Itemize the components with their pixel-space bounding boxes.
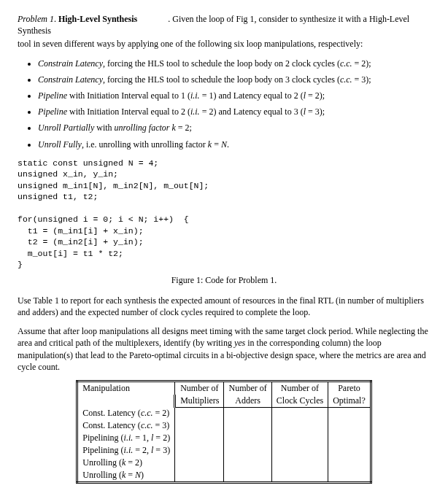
cell-cycles (271, 407, 328, 419)
row-label: Const. Latency (c.c. = 3) (77, 419, 175, 432)
instruction-paragraph-1: Use Table 1 to report for each synthesis… (18, 295, 430, 318)
cell-cycles (271, 432, 328, 444)
row-label: Pipelining (i.i. = 1, l = 2) (77, 432, 175, 444)
cell-adders (224, 419, 271, 432)
row-label: Pipelining (i.i. = 2, l = 3) (77, 444, 175, 457)
row-label: Unrolling (k = 2) (77, 457, 175, 469)
bullet-tail2: . (227, 139, 229, 150)
bullet-tail-i: c.c. (340, 74, 352, 85)
bullet-item: Pipeline with Initiation Interval equal … (38, 106, 430, 117)
instruction-paragraph-2: Assume that after loop manipulations all… (18, 325, 430, 373)
bullet-lead: Pipeline (38, 90, 67, 101)
problem-title: High-Level Synthesis (58, 14, 137, 24)
bullet-tail: = 2; (176, 123, 192, 133)
bullet-rest: with Initiation Interval equal to 1 ( (67, 90, 190, 101)
cell-pareto (328, 407, 371, 419)
cell-multipliers (175, 419, 224, 432)
th-pareto-a: Pareto (328, 381, 371, 395)
cell-adders (224, 407, 271, 419)
table-row: Pipelining (i.i. = 2, l = 3) (77, 444, 371, 457)
table-row: Pipelining (i.i. = 1, l = 2) (77, 432, 371, 444)
cell-multipliers (175, 469, 224, 483)
cell-adders (224, 444, 271, 457)
bullet-tail-i: i.i. (190, 90, 200, 101)
table-row: Unrolling (k = 2) (77, 457, 371, 469)
th-cycles-a: Number of (271, 381, 328, 395)
bullet-tail2-i: N (221, 139, 227, 150)
cell-pareto (328, 419, 371, 432)
figure-caption: Figure 1: Code for Problem 1. (18, 275, 430, 286)
table-row: Unrolling (k = N) (77, 469, 371, 483)
bullet-lead: Unroll Partially (38, 123, 94, 133)
bullet-rest: , i.e. unrolling with unrolling factor (82, 139, 208, 150)
results-table: Manipulation Number of Number of Number … (76, 380, 372, 484)
bullet-rest: , forcing the HLS tool to schedule the l… (103, 74, 340, 85)
bullet-lead: Pipeline (38, 106, 67, 117)
page: Problem 1. High-Level Synthesis . Given … (0, 0, 448, 488)
th-multipliers-b: Multipliers (175, 395, 224, 408)
bullet-lead: Unroll Fully (38, 139, 82, 150)
bullet-lead: Constrain Latency (38, 58, 103, 69)
table-header-row-1: Manipulation Number of Number of Number … (77, 381, 371, 395)
bullet-tail2: = 3); (306, 106, 325, 117)
row-label: Unrolling (k = N) (77, 469, 175, 483)
cell-pareto (328, 432, 371, 444)
problem-heading: Problem 1. High-Level Synthesis . Given … (18, 13, 430, 36)
th-pareto-b: Optimal? (328, 395, 371, 408)
th-adders-b: Adders (224, 395, 271, 408)
cell-cycles (271, 444, 328, 457)
table-row: Const. Latency (c.c. = 3) (77, 419, 371, 432)
bullet-rest: with Initiation Interval equal to 2 ( (67, 106, 190, 117)
bullet-rest: , forcing the HLS tool to schedule the l… (103, 58, 340, 69)
cell-adders (224, 432, 271, 444)
bullet-mid-i: unrolling factor (115, 123, 170, 133)
bullet-tail-i: i.i. (190, 106, 200, 117)
para2-yes: yes (234, 338, 245, 348)
bullet-tail: = (212, 139, 221, 150)
cell-multipliers (175, 444, 224, 457)
bullet-rest: with (94, 123, 114, 133)
table-row: Const. Latency (c.c. = 2) (77, 407, 371, 419)
cell-pareto (328, 444, 371, 457)
bullet-item: Constrain Latency, forcing the HLS tool … (38, 58, 430, 69)
problem-intro-b: tool in seven different ways by applying… (18, 38, 430, 50)
th-multipliers-a: Number of (175, 381, 224, 395)
cell-pareto (328, 457, 371, 469)
bullet-tail: = 2); (352, 58, 371, 69)
cell-adders (224, 469, 271, 483)
bullet-tail: = 2) and Latency equal to 3 ( (200, 106, 304, 117)
cell-cycles (271, 419, 328, 432)
th-adders-a: Number of (224, 381, 271, 395)
bullet-item: Unroll Fully, i.e. unrolling with unroll… (38, 139, 430, 150)
th-manipulation: Manipulation (77, 381, 175, 407)
table-wrap: Manipulation Number of Number of Number … (18, 380, 430, 484)
bullet-tail2: = 2); (306, 90, 325, 101)
bullet-tail: = 3); (352, 74, 371, 85)
bullet-tail: = 1) and Latency equal to 2 ( (200, 90, 304, 101)
bullet-tail-i: c.c. (340, 58, 352, 69)
cell-multipliers (175, 407, 224, 419)
th-cycles-b: Clock Cycles (271, 395, 328, 408)
cell-pareto (328, 469, 371, 483)
cell-multipliers (175, 457, 224, 469)
bullet-lead: Constrain Latency (38, 74, 103, 85)
bullet-item: Unroll Partially with unrolling factor k… (38, 122, 430, 133)
cell-adders (224, 457, 271, 469)
bullet-item: Constrain Latency, forcing the HLS tool … (38, 74, 430, 85)
bullet-list: Constrain Latency, forcing the HLS tool … (18, 58, 430, 150)
problem-label: Problem (18, 14, 47, 24)
cell-cycles (271, 469, 328, 483)
code-block: static const unsigned N = 4; unsigned x_… (18, 158, 430, 271)
spacer (139, 14, 166, 24)
bullet-item: Pipeline with Initiation Interval equal … (38, 90, 430, 101)
row-label: Const. Latency (c.c. = 2) (77, 407, 175, 419)
cell-multipliers (175, 432, 224, 444)
cell-cycles (271, 457, 328, 469)
